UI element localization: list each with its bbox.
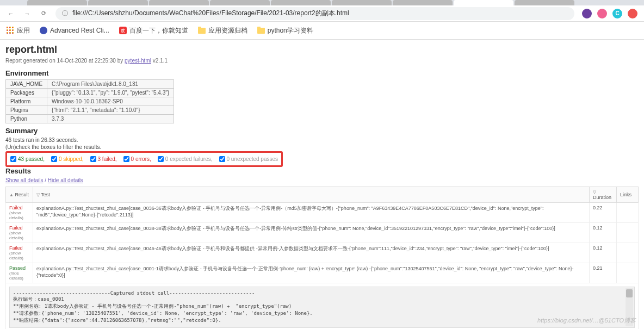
table-row: Passed(hide details)explanationA.py::Tes… [6, 263, 639, 283]
links-cell [617, 263, 639, 283]
show-all-link[interactable]: Show all details [5, 177, 43, 183]
result-cell: Failed(show details) [6, 243, 33, 263]
links-cell [617, 203, 639, 223]
col-result[interactable]: ▲ Result [6, 187, 33, 203]
test-cell: explanationA.py::Test_zhu::test_zhui_cas… [33, 223, 590, 243]
checkbox-passed[interactable] [10, 156, 16, 162]
environment-table: JAVA_HOMEC:\Program Files\Java\jdk1.8.0_… [5, 79, 174, 123]
col-links[interactable]: Links [617, 187, 639, 203]
bookmark-label: 应用资源归档 [208, 26, 247, 35]
page-title: report.html [5, 44, 639, 55]
filter-errors[interactable]: 0 errors, [123, 156, 151, 162]
forward-button[interactable]: → [23, 9, 32, 18]
duration-cell: 0.22 [590, 203, 617, 223]
apps-icon [7, 27, 14, 34]
filter-xfail[interactable]: 0 expected failures, [158, 156, 213, 162]
duration-cell: 0.12 [590, 223, 617, 243]
url-bar[interactable]: ⓘ file:///C:/Users/shzhu/Documents/WeCha… [55, 7, 574, 20]
results-table: ▲ Result ▽ Test ▽ Duration Links Failed(… [5, 187, 639, 329]
report-content: report.html Report generated on 14-Oct-2… [0, 40, 644, 329]
table-row: Failed(show details)explanationA.py::Tes… [6, 203, 639, 223]
col-test[interactable]: ▽ Test [33, 187, 590, 203]
test-cell: explanationA.py::Test_zhu::test_zhui_cas… [33, 243, 590, 263]
bookmark-arc[interactable]: Advanced Rest Cli... [40, 27, 109, 34]
scrollbar[interactable] [626, 288, 633, 326]
folder-icon [198, 28, 206, 34]
extension-icons: C [582, 9, 637, 18]
filter-note: (Un)check the boxes to filter the result… [5, 144, 639, 150]
baidu-icon: 度 [119, 27, 127, 34]
checkbox-xfail[interactable] [158, 156, 164, 162]
back-button[interactable]: ← [7, 9, 15, 18]
extension-icon[interactable] [582, 9, 592, 18]
stdout-row: ---------------------------------Capture… [6, 283, 639, 330]
toggle-detail-link[interactable]: (show details) [9, 251, 29, 260]
bookmark-res-archive[interactable]: 应用资源归档 [198, 26, 247, 35]
table-row: Failed(show details)explanationA.py::Tes… [6, 243, 639, 263]
bookmarks-bar: 应用 Advanced Rest Cli... 度 百度一下，你就知道 应用资源… [0, 22, 644, 40]
toggle-detail-link[interactable]: (show details) [9, 210, 29, 220]
links-cell [617, 243, 639, 263]
toggle-details-links: Show all details / Hide all details [5, 177, 639, 183]
duration-cell: 0.12 [590, 243, 617, 263]
links-cell [617, 223, 639, 243]
filter-xpass[interactable]: 0 unexpected passes [219, 156, 278, 162]
secure-icon: ⓘ [62, 9, 68, 17]
summary-heading: Summary [5, 127, 639, 135]
generator-link[interactable]: pytest-html [125, 58, 151, 64]
extension-icon[interactable] [628, 9, 637, 18]
result-cell: Failed(show details) [6, 203, 33, 223]
test-cell: explanationA.py::Test_zhu::test_zhui_cas… [33, 263, 590, 283]
toggle-detail-link[interactable]: (hide details) [9, 271, 29, 281]
test-cell: explanationA.py::Test_zhu::test_zhui_cas… [33, 203, 590, 223]
filter-failed[interactable]: 3 failed, [90, 156, 117, 162]
browser-tab-strip [0, 0, 644, 5]
extension-icon[interactable] [597, 9, 607, 18]
folder-icon [257, 28, 265, 34]
bookmark-label: Advanced Rest Cli... [50, 27, 109, 34]
bookmark-label: 应用 [17, 26, 30, 35]
address-bar: ← → ⟳ ⓘ file:///C:/Users/shzhu/Documents… [0, 5, 644, 22]
checkbox-errors[interactable] [123, 156, 129, 162]
generated-info: Report generated on 14-Oct-2020 at 22:25… [5, 58, 639, 64]
duration-cell: 0.21 [590, 263, 617, 283]
table-row: Failed(show details)explanationA.py::Tes… [6, 223, 639, 243]
captured-stdout: ---------------------------------Capture… [9, 287, 635, 328]
filter-row: 43 passed, 0 skipped, 3 failed, 0 errors… [5, 151, 283, 167]
bookmark-label: 百度一下，你就知道 [129, 26, 188, 35]
bookmark-label: python学习资料 [268, 26, 313, 35]
arc-icon [40, 27, 47, 34]
extension-icon[interactable]: C [612, 9, 622, 18]
checkbox-skipped[interactable] [51, 156, 57, 162]
result-cell: Passed(hide details) [6, 263, 33, 283]
url-text: file:///C:/Users/shzhu/Documents/WeChat%… [72, 9, 349, 18]
toggle-detail-link[interactable]: (show details) [9, 231, 29, 240]
filter-passed[interactable]: 43 passed, [10, 156, 45, 162]
col-duration[interactable]: ▽ Duration [590, 187, 617, 203]
environment-heading: Environment [5, 69, 639, 77]
bookmark-baidu[interactable]: 度 百度一下，你就知道 [119, 26, 188, 35]
summary-time: 46 tests ran in 26.33 seconds. [5, 137, 639, 143]
reload-button[interactable]: ⟳ [39, 9, 48, 18]
result-cell: Failed(show details) [6, 223, 33, 243]
checkbox-xpass[interactable] [219, 156, 225, 162]
checkbox-failed[interactable] [90, 156, 96, 162]
results-heading: Results [5, 167, 639, 175]
filter-skipped[interactable]: 0 skipped, [51, 156, 84, 162]
apps-shortcut[interactable]: 应用 [7, 26, 30, 35]
hide-all-link[interactable]: Hide all details [48, 177, 83, 183]
table-header-row: ▲ Result ▽ Test ▽ Duration Links [6, 187, 639, 203]
bookmark-python[interactable]: python学习资料 [257, 26, 313, 35]
